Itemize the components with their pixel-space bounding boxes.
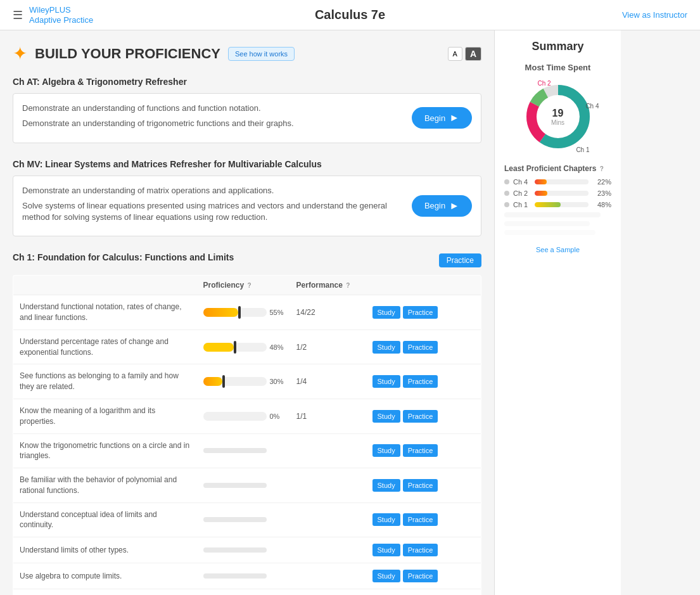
performance-score: 1/2	[296, 343, 307, 352]
ch1-practice-button[interactable]: Practice	[439, 253, 481, 267]
action-buttons: StudyPractice	[372, 410, 474, 423]
practice-button[interactable]: Practice	[403, 410, 438, 423]
lp-pct-label: 23%	[592, 189, 611, 197]
progress-bar-wrap: 48%	[203, 343, 284, 352]
progress-pointer	[222, 375, 225, 388]
col-actions	[366, 276, 481, 295]
header: ☰ WileyPLUS Adaptive Practice Calculus 7…	[0, 0, 700, 30]
proficiency-cell	[197, 468, 290, 503]
performance-cell	[290, 563, 366, 589]
most-time-title: Most Time Spent	[504, 63, 611, 72]
practice-button[interactable]: Practice	[403, 306, 438, 319]
lp-dot-icon	[504, 179, 509, 184]
study-button[interactable]: Study	[372, 306, 400, 319]
chapter-card-content-ch_mv: Demonstrate an understanding of matrix o…	[22, 185, 405, 227]
begin-button-ch_at[interactable]: Begin ►	[412, 107, 472, 129]
begin-button-ch_mv[interactable]: Begin ►	[412, 195, 472, 217]
progress-bar-wrap: 30%	[203, 377, 284, 386]
lp-title-text: Least Proficient Chapters	[504, 164, 596, 173]
logo-text: WileyPLUS Adaptive Practice	[29, 5, 93, 25]
study-button[interactable]: Study	[372, 544, 400, 556]
logo-line1: WileyPLUS	[29, 5, 93, 15]
topic-name: See functions as belonging to a family a…	[13, 364, 197, 399]
proficiency-cell: 0%	[197, 399, 290, 433]
progress-bar-container	[203, 308, 267, 317]
action-cell: StudyPractice	[366, 537, 481, 563]
action-cell: StudyPractice	[366, 433, 481, 468]
proficiency-pct-label: 48%	[270, 343, 284, 351]
action-buttons: StudyPractice	[372, 479, 474, 492]
donut-chart: 19 Mins Ch 2 Ch 4 Ch 1	[520, 79, 596, 155]
ch4-label: Ch 4	[585, 103, 599, 110]
practice-button[interactable]: Practice	[403, 479, 438, 492]
chapter-card-content-ch_at: Demonstrate an understanding of function…	[22, 103, 405, 133]
progress-bar-fill	[203, 308, 238, 317]
practice-button[interactable]: Practice	[403, 513, 438, 526]
performance-score: 14/22	[296, 308, 315, 317]
table-row: Know the meaning of a logarithm and its …	[13, 399, 481, 433]
chapter-title-ch_at: Ch AT: Algebra & Trigonometry Refresher	[13, 77, 481, 87]
practice-button[interactable]: Practice	[403, 444, 438, 457]
table-row: Know the trigonometric functions on a ci…	[13, 433, 481, 468]
study-button[interactable]: Study	[372, 513, 400, 526]
topic-name: Understand the formal definition of a li…	[13, 589, 197, 595]
action-buttons: StudyPractice	[372, 375, 474, 388]
blank-bar	[203, 483, 267, 488]
progress-bar-container	[203, 343, 267, 352]
action-cell: StudyPractice	[366, 563, 481, 589]
performance-col-label: Performance	[296, 281, 343, 290]
practice-button[interactable]: Practice	[403, 570, 438, 582]
practice-button[interactable]: Practice	[403, 375, 438, 388]
font-small-button[interactable]: A	[448, 47, 462, 61]
lp-chapter-label: Ch 4	[513, 178, 531, 186]
topic-name: Use algebra to compute limits.	[13, 563, 197, 589]
menu-icon[interactable]: ☰	[13, 8, 23, 22]
see-sample-link[interactable]: See a Sample	[536, 246, 580, 253]
lp-empty-rows	[504, 212, 611, 235]
table-row: Understand functional notation, rates of…	[13, 295, 481, 330]
performance-cell	[290, 502, 366, 537]
performance-help-icon[interactable]: ?	[346, 282, 350, 289]
lp-bar-fill	[535, 179, 547, 184]
topic-name: Know the trigonometric functions on a ci…	[13, 433, 197, 468]
begin-arrow-icon: ►	[449, 112, 459, 124]
proficiency-pct-label: 0%	[270, 413, 280, 420]
proficiency-col-label: Proficiency	[203, 281, 245, 290]
bup-title: BUILD YOUR PROFICIENCY	[35, 46, 220, 62]
action-buttons: StudyPractice	[372, 444, 474, 457]
proficiency-cell: 55%	[197, 295, 290, 330]
donut-label: Mins	[551, 119, 564, 126]
chapter-card-ch_at: Demonstrate an understanding of function…	[13, 93, 481, 143]
lp-help-icon[interactable]: ?	[600, 165, 604, 172]
action-cell: StudyPractice	[366, 329, 481, 364]
study-button[interactable]: Study	[372, 375, 400, 388]
performance-cell	[290, 468, 366, 503]
see-how-it-works-button[interactable]: See how it works	[228, 47, 295, 61]
action-cell: StudyPractice	[366, 502, 481, 537]
study-button[interactable]: Study	[372, 444, 400, 457]
study-button[interactable]: Study	[372, 410, 400, 423]
proficiency-pct-label: 55%	[270, 309, 284, 316]
lp-pct-label: 22%	[592, 178, 611, 186]
study-button[interactable]: Study	[372, 341, 400, 354]
performance-cell	[290, 537, 366, 563]
page-title: Calculus 7e	[315, 8, 385, 22]
topics-tbody: Understand functional notation, rates of…	[13, 295, 481, 595]
chapter-topic: Demonstrate an understanding of trigonom…	[22, 118, 405, 129]
proficiency-cell	[197, 563, 290, 589]
donut-center: 19 Mins	[551, 108, 564, 126]
study-button[interactable]: Study	[372, 479, 400, 492]
font-large-button[interactable]: A	[465, 47, 481, 61]
performance-cell: 14/22	[290, 295, 366, 330]
view-as-instructor-link[interactable]: View as Instructor	[622, 10, 687, 20]
donut-mins: 19	[551, 108, 564, 119]
lp-dot-icon	[504, 191, 509, 196]
lp-dot-icon	[504, 202, 509, 207]
practice-button[interactable]: Practice	[403, 341, 438, 354]
summary-title: Summary	[504, 40, 611, 53]
practice-button[interactable]: Practice	[403, 544, 438, 556]
logo-line2: Adaptive Practice	[29, 15, 93, 25]
topic-name: Understand percentage rates of change an…	[13, 329, 197, 364]
study-button[interactable]: Study	[372, 570, 400, 582]
proficiency-help-icon[interactable]: ?	[248, 282, 251, 289]
